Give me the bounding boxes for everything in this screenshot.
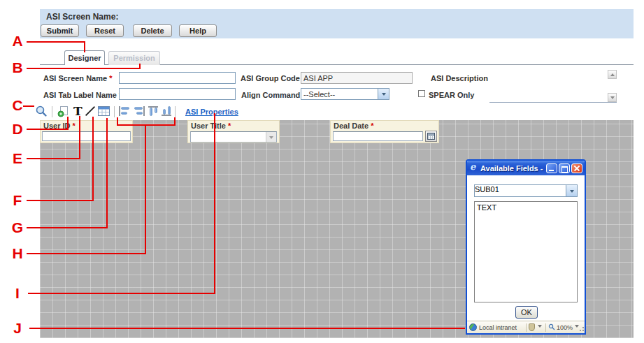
reset-button[interactable]: Reset <box>86 24 124 37</box>
align-bottom-icon[interactable] <box>162 106 173 116</box>
field-label: Deal Date * <box>334 122 373 130</box>
align-top-icon[interactable] <box>148 106 159 116</box>
annotation-letter-a: A <box>8 33 27 50</box>
designer-field-user-title[interactable]: User Title * <box>187 120 280 143</box>
annotation-line-i <box>28 293 215 294</box>
delete-button[interactable]: Delete <box>133 24 172 37</box>
submit-button[interactable]: Submit <box>41 24 79 37</box>
asi-group-code-field[interactable] <box>301 72 413 84</box>
annotation-line-g <box>27 227 108 228</box>
field-label: User Title * <box>191 122 231 130</box>
screenshot-root: ASI Screen Name: Submit Reset Delete Hel… <box>0 0 644 343</box>
required-mark: * <box>109 74 112 82</box>
user-title-select[interactable] <box>190 131 277 143</box>
window-statusbar: Local intranet 100% <box>467 321 585 333</box>
annotation-letter-j: J <box>8 320 27 337</box>
annotation-line-h <box>117 124 176 126</box>
table-tool-icon[interactable] <box>98 106 110 119</box>
help-button[interactable]: Help <box>179 24 217 37</box>
annotation-line-d <box>67 117 69 130</box>
resize-grip[interactable] <box>578 327 584 333</box>
annotation-letter-h: H <box>8 245 27 262</box>
ok-button[interactable]: OK <box>515 306 538 319</box>
spear-only-checkbox[interactable] <box>418 90 425 97</box>
zoom-level-icon[interactable] <box>548 323 555 332</box>
available-fields-window[interactable]: Available Fields - Wind... SUB01 TEXT OK… <box>466 159 586 335</box>
asi-tab-label-name-input[interactable] <box>119 88 236 100</box>
align-command-label: Align Command <box>241 91 300 99</box>
zoom-level-value[interactable]: 100% <box>557 324 573 331</box>
designer-field-user-id[interactable]: User ID * <box>40 120 133 143</box>
tab-permission[interactable]: Permission <box>108 51 160 65</box>
asi-properties-link[interactable]: ASI Properties <box>185 108 238 116</box>
asi-screen-name-input[interactable] <box>119 72 236 84</box>
annotation-line-h <box>145 126 146 254</box>
window-title: Available Fields - Wind... <box>480 164 545 173</box>
spear-only-label: SPEAR Only <box>429 91 474 99</box>
user-id-input[interactable] <box>42 131 131 141</box>
chevron-down-icon[interactable] <box>266 132 276 142</box>
annotation-letter-g: G <box>8 219 27 236</box>
chevron-down-icon[interactable] <box>538 325 542 330</box>
scroll-down-icon[interactable] <box>608 93 617 102</box>
shield-icon[interactable] <box>529 323 535 331</box>
annotation-line-d <box>27 129 69 130</box>
toolbar-separator <box>114 106 115 117</box>
tab-designer[interactable]: Designer <box>64 50 105 65</box>
deal-date-input[interactable] <box>333 131 423 141</box>
annotation-line-i <box>214 113 215 294</box>
minimize-button[interactable] <box>546 163 557 173</box>
calendar-icon[interactable] <box>425 131 437 142</box>
asi-group-code-label: ASI Group Code <box>241 74 300 82</box>
annotation-line-h <box>117 117 118 126</box>
globe-icon <box>469 323 477 331</box>
align-right-icon[interactable] <box>134 106 145 116</box>
annotation-line-f <box>27 200 94 201</box>
asi-description-textarea[interactable] <box>489 70 617 103</box>
asi-tab-label-name-label: ASI Tab Label Name * <box>43 91 122 99</box>
required-mark: * <box>371 122 373 130</box>
list-item[interactable]: TEXT <box>475 202 577 213</box>
close-button[interactable] <box>571 163 582 173</box>
annotation-line-j <box>29 328 465 329</box>
designer-canvas[interactable]: User ID * User Title * Deal Date * Avail… <box>40 120 634 338</box>
internet-explorer-icon <box>469 163 478 173</box>
annotation-line-e <box>79 116 80 159</box>
scroll-up-icon[interactable] <box>608 70 617 79</box>
chevron-down-icon[interactable] <box>378 89 389 99</box>
asi-description-label: ASI Description <box>431 74 488 82</box>
window-titlebar[interactable]: Available Fields - Wind... <box>467 161 585 175</box>
available-fields-listbox[interactable]: TEXT <box>474 201 578 302</box>
page-title: ASI Screen Name: <box>46 12 118 22</box>
field-group-select[interactable]: SUB01 <box>474 184 578 197</box>
statusbar-separator <box>526 323 527 332</box>
required-mark: * <box>228 122 231 130</box>
annotation-line-g <box>106 118 108 228</box>
header-bar <box>40 9 634 38</box>
security-zone-label: Local intranet <box>479 324 517 331</box>
statusbar-separator <box>545 323 546 332</box>
annotation-letter-d: D <box>8 121 27 138</box>
align-command-select[interactable]: --Select-- <box>301 88 389 100</box>
tab-cover <box>65 64 104 65</box>
required-mark: * <box>73 122 76 130</box>
annotation-line-h <box>27 253 146 254</box>
annotation-line-b <box>27 68 141 69</box>
field-group-value: SUB01 <box>475 185 499 194</box>
align-left-icon[interactable] <box>119 106 130 116</box>
toolbar-separator <box>52 106 52 117</box>
chevron-down-icon[interactable] <box>566 185 577 196</box>
annotation-line-c <box>23 105 34 107</box>
annotation-line-a <box>84 41 85 52</box>
annotation-letter-i: I <box>8 285 27 302</box>
toolbar-separator <box>175 106 176 117</box>
line-tool-icon[interactable] <box>85 106 95 116</box>
align-command-value: --Select-- <box>303 90 335 98</box>
annotation-letter-f: F <box>8 192 27 209</box>
text-tool-icon[interactable]: T <box>73 104 83 118</box>
maximize-button[interactable] <box>559 163 570 173</box>
annotation-line-h <box>174 117 176 126</box>
designer-field-deal-date[interactable]: Deal Date * <box>330 120 439 143</box>
magnifier-icon[interactable] <box>35 105 48 120</box>
annotation-line-b <box>139 64 141 69</box>
